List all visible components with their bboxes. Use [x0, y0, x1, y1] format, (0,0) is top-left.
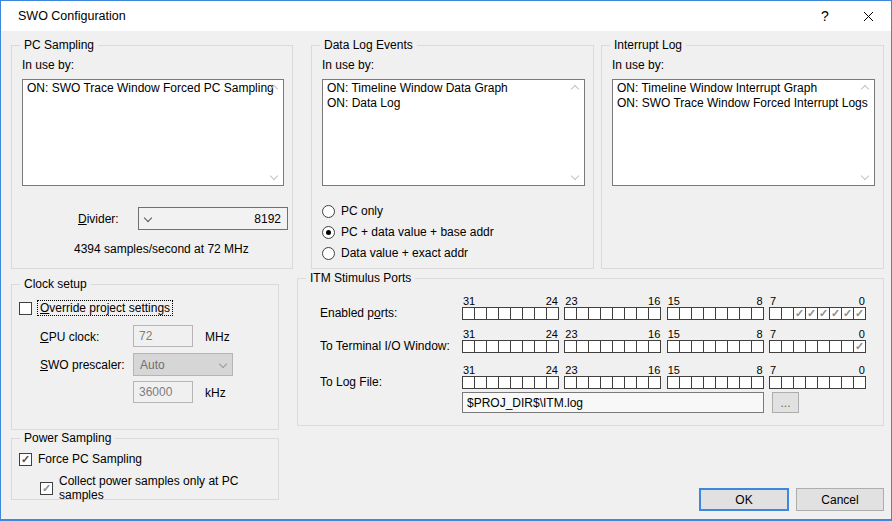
bit-number-label: 7 [770, 295, 776, 307]
swo-prescaler-label: SWO prescaler: [40, 358, 125, 372]
bit-group-labels: 70 [769, 328, 866, 340]
bit-number-label: 8 [757, 364, 763, 376]
bit-number-label: 0 [859, 295, 865, 307]
bit-group: 158 [667, 328, 764, 353]
bit-number-label: 15 [668, 328, 680, 340]
log-file-bit-0-checkbox[interactable] [853, 376, 866, 389]
bit-group: 158 [667, 364, 764, 389]
radio-pc-data-value-base-addr[interactable]: PC + data value + base addr [322, 225, 494, 239]
terminal-io-label: To Terminal I/O Window: [320, 339, 450, 353]
enabled-ports-bit-0-checkbox[interactable]: ✓ [853, 307, 866, 320]
bit-group: 3124 [462, 364, 559, 389]
enabled-ports-bit-24-checkbox[interactable] [546, 307, 559, 320]
collect-power-samples-checkbox[interactable]: ✓ [40, 482, 53, 495]
interrupt-log-in-use-list[interactable]: ON: Timeline Window Interrupt GraphON: S… [612, 79, 875, 186]
bit-group-labels: 158 [667, 295, 764, 307]
bit-number-label: 8 [757, 328, 763, 340]
log-file-path-input[interactable] [462, 392, 764, 413]
help-icon: ? [821, 8, 829, 24]
divider-dropdown[interactable]: 8192 [138, 207, 288, 230]
bit-number-label: 23 [565, 328, 577, 340]
radio-pc-only[interactable]: PC only [322, 204, 494, 218]
bit-checkbox-row [462, 307, 559, 320]
enabled-ports-bit-16-checkbox[interactable] [648, 307, 661, 320]
enabled-ports-bit-8-checkbox[interactable] [751, 307, 764, 320]
bit-checkbox-row: ✓✓✓✓✓✓ [769, 307, 866, 320]
scroll-up-icon[interactable] [859, 83, 871, 95]
list-item[interactable]: ON: SWO Trace Window Forced Interrupt Lo… [615, 96, 856, 111]
interrupt-log-group: Interrupt Log In use by: ON: Timeline Wi… [601, 45, 884, 269]
list-item[interactable]: ON: SWO Trace Window Forced PC Sampling [25, 81, 265, 96]
list-item[interactable]: ON: Timeline Window Data Graph [325, 81, 566, 96]
force-pc-sampling-checkbox[interactable]: ✓ [19, 453, 32, 466]
data-log-events-group: Data Log Events In use by: ON: Timeline … [311, 45, 594, 269]
bit-checkbox-row [564, 340, 661, 353]
pc-sampling-in-use-list[interactable]: ON: SWO Trace Window Forced PC Sampling [22, 79, 284, 186]
terminal-io-bit-row: To Terminal I/O Window: 3124231615870✓ [462, 328, 866, 353]
bit-group-labels: 70 [769, 295, 866, 307]
divider-label: Divider: [78, 212, 119, 226]
bit-checkbox-row [769, 376, 866, 389]
log-file-bit-8-checkbox[interactable] [751, 376, 764, 389]
scroll-down-icon[interactable] [569, 170, 581, 182]
power-sampling-group: Power Sampling ✓ Force PC Sampling ✓ Col… [11, 438, 279, 500]
log-file-bit-24-checkbox[interactable] [546, 376, 559, 389]
bit-checkbox-row [462, 376, 559, 389]
bit-group: 3124 [462, 295, 559, 320]
terminal-io-window-bit-24-checkbox[interactable] [546, 340, 559, 353]
clock-setup-group-title: Clock setup [20, 277, 91, 291]
bit-number-label: 16 [648, 295, 660, 307]
scroll-up-icon[interactable] [268, 83, 280, 95]
enabled-ports-label: Enabled ports: [320, 306, 397, 320]
bit-group: 158 [667, 295, 764, 320]
bit-number-label: 0 [859, 364, 865, 376]
bit-group-labels: 3124 [462, 295, 559, 307]
bit-group: 3124 [462, 328, 559, 353]
ok-button[interactable]: OK [699, 488, 789, 511]
samples-per-second-text: 4394 samples/second at 72 MHz [74, 242, 249, 256]
list-item[interactable]: ON: Data Log [325, 96, 566, 111]
interrupt-log-in-use-label: In use by: [612, 58, 664, 72]
interrupt-log-group-title: Interrupt Log [610, 38, 686, 52]
close-icon [863, 11, 874, 22]
scroll-up-icon[interactable] [569, 83, 581, 95]
close-button[interactable] [845, 1, 891, 31]
override-project-settings-row: Override project settings [19, 301, 172, 315]
cancel-button[interactable]: Cancel [796, 488, 884, 511]
radio-icon [322, 226, 335, 239]
radio-label: PC only [341, 204, 383, 218]
bit-number-label: 7 [770, 328, 776, 340]
list-item[interactable]: ON: Timeline Window Interrupt Graph [615, 81, 856, 96]
swo-frequency-input: 36000 [133, 381, 193, 403]
terminal-io-window-bit-0-checkbox[interactable]: ✓ [853, 340, 866, 353]
dialog-body: PC Sampling In use by: ON: SWO Trace Win… [1, 31, 890, 519]
bit-checkbox-row: ✓ [769, 340, 866, 353]
bit-group-labels: 2316 [564, 295, 661, 307]
cpu-clock-unit-label: MHz [205, 330, 230, 344]
override-project-settings-checkbox[interactable] [19, 302, 32, 315]
radio-icon [322, 247, 335, 260]
bit-number-label: 24 [546, 364, 558, 376]
swo-prescaler-value: Auto [140, 358, 220, 372]
radio-data-value-exact-addr[interactable]: Data value + exact addr [322, 246, 494, 260]
log-file-bit-row: To Log File: 3124231615870 [462, 364, 866, 389]
scroll-down-icon[interactable] [268, 170, 280, 182]
bit-number-label: 0 [859, 328, 865, 340]
collect-power-samples-row: ✓ Collect power samples only at PC sampl… [40, 474, 278, 502]
bit-number-label: 23 [565, 295, 577, 307]
help-button[interactable]: ? [805, 1, 845, 31]
bit-number-label: 7 [770, 364, 776, 376]
data-log-in-use-list[interactable]: ON: Timeline Window Data GraphON: Data L… [322, 79, 585, 186]
scroll-down-icon[interactable] [859, 170, 871, 182]
bit-group: 70✓ [769, 328, 866, 353]
bit-number-label: 31 [463, 328, 475, 340]
browse-button[interactable]: ... [772, 392, 799, 413]
terminal-io-window-bit-16-checkbox[interactable] [648, 340, 661, 353]
collect-power-samples-label: Collect power samples only at PC samples [59, 474, 278, 502]
bit-group: 70 [769, 364, 866, 389]
pc-sampling-group: PC Sampling In use by: ON: SWO Trace Win… [11, 45, 293, 269]
bit-checkbox-row [462, 340, 559, 353]
log-file-bit-16-checkbox[interactable] [648, 376, 661, 389]
dialog-title: SWO Configuration [1, 9, 805, 23]
terminal-io-window-bit-8-checkbox[interactable] [751, 340, 764, 353]
